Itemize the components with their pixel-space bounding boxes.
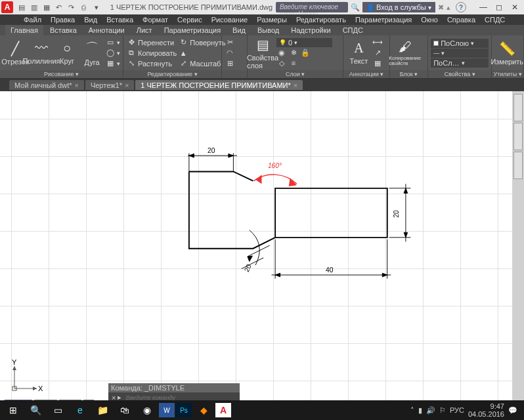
file-tab[interactable]: Чертеж1*×: [85, 80, 134, 90]
minimize-button[interactable]: —: [475, 1, 491, 13]
layer-match-icon[interactable]: ≡: [288, 58, 299, 68]
menu-help[interactable]: Справка: [447, 16, 475, 24]
qat-redo-icon[interactable]: ↷: [67, 3, 76, 12]
rect-icon[interactable]: ▭: [105, 37, 116, 48]
menu-format[interactable]: Формат: [142, 16, 168, 24]
ellipse-icon[interactable]: ◯: [105, 48, 116, 58]
edge-icon[interactable]: e: [70, 402, 91, 419]
login-button[interactable]: Вход в службы ▾: [362, 2, 435, 12]
close-tab-icon[interactable]: ×: [125, 81, 129, 89]
copy-icon[interactable]: ⧉: [126, 48, 137, 58]
menu-dimension[interactable]: Размеры: [257, 16, 287, 24]
close-tab-icon[interactable]: ×: [294, 81, 297, 89]
qat-print-icon[interactable]: ⎙: [79, 3, 88, 12]
tab-output[interactable]: Вывод: [252, 25, 284, 35]
command-line[interactable]: Команда: _DIMSTYLE × ▸_: [108, 383, 240, 400]
menu-edit[interactable]: Правка: [51, 16, 75, 24]
qat-open-icon[interactable]: ▥: [30, 3, 38, 12]
qat-new-icon[interactable]: ▤: [17, 3, 26, 12]
menu-window[interactable]: Окно: [421, 16, 438, 24]
tray-flag-icon[interactable]: ⚐: [439, 406, 446, 415]
tray-lang[interactable]: РУС: [450, 406, 464, 414]
rotate-icon[interactable]: ↻: [178, 37, 188, 48]
scale-icon[interactable]: ⤢: [178, 58, 188, 69]
file-tab[interactable]: Мой личный dwt*×: [9, 80, 84, 90]
menu-tools[interactable]: Сервис: [177, 16, 202, 24]
tray-notif-icon[interactable]: 💬: [508, 406, 517, 415]
text-button[interactable]: AТекст: [346, 37, 371, 69]
lineweight-dropdown[interactable]: — ▾: [431, 49, 489, 58]
drawing-canvas[interactable]: 20 160° 20: [0, 91, 524, 408]
nav-item[interactable]: [513, 152, 523, 179]
tab-view[interactable]: Вид: [227, 25, 251, 35]
layer-freeze-icon[interactable]: ❄: [288, 47, 299, 58]
nav-item[interactable]: [513, 94, 523, 121]
tab-addins[interactable]: Надстройки: [286, 25, 336, 35]
app-icon[interactable]: ◆: [193, 402, 214, 419]
menu-view[interactable]: Вид: [84, 16, 97, 24]
qat-save-icon[interactable]: ▦: [42, 3, 51, 12]
panel-draw-label[interactable]: Рисование ▾: [0, 70, 123, 78]
tab-spds[interactable]: СПДС: [338, 25, 368, 35]
menu-modify[interactable]: Редактировать: [296, 16, 346, 24]
matchprop-button[interactable]: 🖌Копирование свойств: [393, 37, 418, 69]
layer-iso-icon[interactable]: ◇: [276, 58, 287, 68]
command-input[interactable]: [126, 394, 238, 401]
layer-lock-icon[interactable]: 🔒: [300, 47, 311, 58]
file-tab[interactable]: 1 ЧЕРТЕЖ ПОСТРОЕНИЕ ПРИМИТИВАМИ*×: [135, 80, 303, 90]
tray-vol-icon[interactable]: 🔊: [426, 406, 435, 415]
nav-item[interactable]: [513, 123, 523, 150]
hatch-icon[interactable]: ▦: [105, 58, 116, 69]
close-tab-icon[interactable]: ×: [74, 81, 78, 89]
search-button[interactable]: 🔍: [25, 402, 46, 419]
close-button[interactable]: ✕: [507, 1, 523, 13]
layer-dropdown[interactable]: 💡 0 ▾: [276, 38, 332, 47]
layer-props-button[interactable]: ▤Свойства слоя: [250, 37, 275, 69]
menu-draw[interactable]: Рисование: [211, 16, 248, 24]
tab-parametric[interactable]: Параметризация: [159, 25, 226, 35]
measure-button[interactable]: 📏Измерить: [494, 37, 519, 69]
tray-up-icon[interactable]: ˄: [410, 406, 414, 415]
array-icon[interactable]: ⊞: [225, 58, 235, 69]
stretch-icon[interactable]: ⤡: [126, 58, 137, 69]
taskview-button[interactable]: ▭: [47, 402, 68, 419]
table-icon[interactable]: ▦: [372, 58, 383, 69]
search-icon[interactable]: 🔍: [351, 3, 360, 12]
menu-spds[interactable]: СПДС: [485, 16, 505, 24]
qat-undo-icon[interactable]: ↶: [55, 3, 63, 12]
linetype-dropdown[interactable]: ПоСл…▾: [431, 58, 489, 68]
maximize-button[interactable]: ◻: [491, 1, 507, 13]
panel-block-label[interactable]: Блок ▾: [390, 70, 428, 78]
app-logo[interactable]: A: [1, 1, 13, 13]
store-icon[interactable]: 🛍: [114, 402, 135, 419]
tray-net-icon[interactable]: ▮: [418, 406, 422, 415]
fillet-icon[interactable]: ◠: [225, 48, 235, 58]
panel-annot-label[interactable]: Аннотации ▾: [343, 70, 389, 78]
autocad-icon[interactable]: A: [215, 403, 231, 417]
qat-more-icon[interactable]: ▾: [92, 3, 100, 12]
leader-icon[interactable]: ↗: [372, 48, 383, 58]
trim-icon[interactable]: ✂: [225, 37, 235, 48]
mirror-icon[interactable]: ▲: [178, 48, 188, 58]
word-icon[interactable]: W: [159, 403, 175, 417]
nav-sidebar[interactable]: [512, 91, 524, 408]
menu-insert[interactable]: Вставка: [106, 16, 133, 24]
chrome-icon[interactable]: ◉: [137, 402, 158, 419]
app-menu-icon[interactable]: ▴: [447, 3, 450, 12]
search-input[interactable]: Введите ключевое слово/фразу: [276, 2, 348, 12]
ps-icon[interactable]: Ps: [176, 403, 192, 417]
exchange-icon[interactable]: ✖: [438, 3, 444, 12]
layer-off-icon[interactable]: ◉: [276, 47, 287, 58]
polyline-button[interactable]: 〰Полилиния: [29, 37, 54, 69]
menu-parametric[interactable]: Параметризация: [355, 16, 412, 24]
circle-button[interactable]: ○Круг: [55, 37, 79, 69]
color-dropdown[interactable]: ПоСлою▾: [431, 39, 489, 48]
tab-insert[interactable]: Вставка: [45, 25, 82, 35]
panel-layers-label[interactable]: Слои ▾: [248, 70, 343, 78]
dim-linear-icon[interactable]: ⟷: [372, 37, 383, 48]
panel-util-label[interactable]: Утилиты ▾: [492, 70, 523, 78]
explorer-icon[interactable]: 📁: [92, 402, 113, 419]
arc-button[interactable]: ⌒Дуга: [80, 37, 104, 69]
menu-file[interactable]: Файл: [24, 16, 41, 24]
help-icon[interactable]: ?: [456, 2, 466, 12]
